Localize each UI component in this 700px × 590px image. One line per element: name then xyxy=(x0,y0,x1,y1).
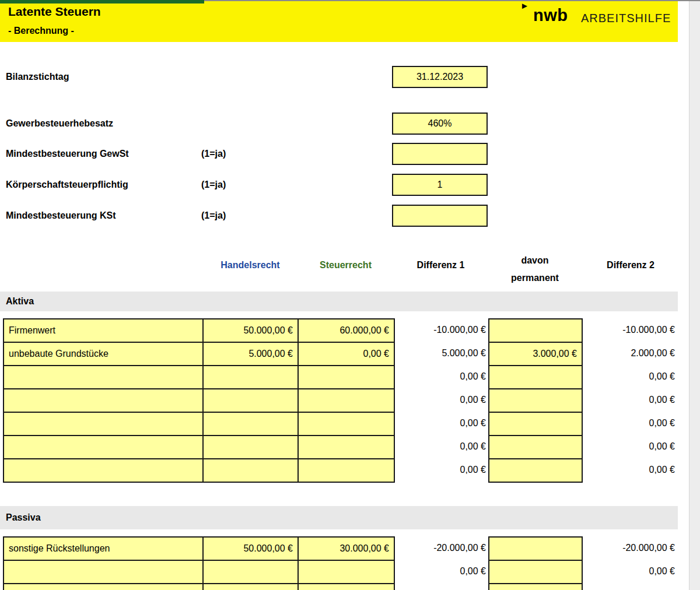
aktiva-differenz2-value: -10.000,00 € xyxy=(587,318,675,342)
table-row: unbebaute Grundstücke 5.000,00 € 0,00 € xyxy=(4,342,394,366)
table-row xyxy=(489,412,582,436)
passiva-steuerrecht-cell[interactable]: 30.000,00 € xyxy=(298,537,394,560)
table-row xyxy=(4,560,394,584)
table-row: 3.000,00 € xyxy=(489,342,582,366)
nwb-brand-text: nwb xyxy=(533,6,568,25)
aktiva-differenz2-value: 0,00 € xyxy=(587,365,675,388)
aktiva-differenz1-value: -10.000,00 € xyxy=(398,318,486,342)
table-row xyxy=(4,389,394,412)
right-scrollbar-track[interactable] xyxy=(689,0,700,590)
table-row xyxy=(489,537,582,560)
input-mindestbesteuerung-gewst[interactable] xyxy=(392,143,488,165)
table-row xyxy=(489,459,582,482)
column-header-handelsrecht: Handelsrecht xyxy=(203,260,298,271)
passiva-davon-permanent-column xyxy=(488,536,583,590)
label-gewerbesteuerhebesatz: Gewerbesteuerhebesatz xyxy=(6,113,113,135)
aktiva-davon-permanent-cell[interactable] xyxy=(489,366,582,389)
aktiva-name-cell[interactable] xyxy=(4,436,203,459)
aktiva-steuerrecht-cell[interactable]: 60.000,00 € xyxy=(298,319,394,342)
passiva-davon-permanent-cell[interactable] xyxy=(489,584,582,590)
aktiva-steuerrecht-cell[interactable] xyxy=(298,459,394,482)
aktiva-name-cell[interactable] xyxy=(4,459,203,482)
aktiva-differenz1-value: 0,00 € xyxy=(398,435,486,458)
input-mindestbesteuerung-kst[interactable] xyxy=(392,205,488,227)
aktiva-handelsrecht-cell[interactable] xyxy=(203,389,298,412)
passiva-davon-permanent-cell[interactable] xyxy=(489,537,582,560)
passiva-name-cell[interactable] xyxy=(4,584,203,590)
section-band-aktiva: Aktiva xyxy=(0,292,678,311)
page-subtitle: - Berechnung - xyxy=(8,26,74,36)
aktiva-name-cell[interactable] xyxy=(4,366,203,389)
label-bilanzstichtag: Bilanzstichtag xyxy=(6,66,69,88)
table-row xyxy=(489,436,582,459)
aktiva-differenz1-value: 0,00 € xyxy=(398,365,486,388)
aktiva-differenz1-value: 5.000,00 € xyxy=(398,342,486,365)
aktiva-handelsrecht-cell[interactable] xyxy=(203,412,298,436)
table-row: Firmenwert 50.000,00 € 60.000,00 € xyxy=(4,319,394,342)
label-mindestbesteuerung-gewst: Mindestbesteuerung GewSt xyxy=(6,143,129,165)
aktiva-handelsrecht-cell[interactable]: 5.000,00 € xyxy=(203,342,298,366)
table-row xyxy=(489,319,582,342)
table-row xyxy=(4,459,394,482)
aktiva-handelsrecht-cell[interactable]: 50.000,00 € xyxy=(203,319,298,342)
label-koerperschaftsteuerpflichtig: Körperschaftsteuerpflichtig xyxy=(6,174,128,196)
aktiva-name-cell[interactable]: Firmenwert xyxy=(4,319,203,342)
aktiva-handelsrecht-cell[interactable] xyxy=(203,436,298,459)
passiva-differenz2-value: -20.000,00 € xyxy=(587,536,675,560)
aktiva-handelsrecht-cell[interactable] xyxy=(203,459,298,482)
table-row xyxy=(489,366,582,389)
section-title-aktiva: Aktiva xyxy=(6,292,34,311)
passiva-table: sonstige Rückstellungen 50.000,00 € 30.0… xyxy=(3,536,395,590)
aktiva-davon-permanent-column: 3.000,00 € xyxy=(488,318,583,483)
aktiva-differenz2-value: 2.000,00 € xyxy=(587,342,675,365)
aktiva-name-cell[interactable]: unbebaute Grundstücke xyxy=(4,342,203,366)
table-row xyxy=(4,366,394,389)
aktiva-steuerrecht-cell[interactable]: 0,00 € xyxy=(298,342,394,366)
passiva-davon-permanent-cell[interactable] xyxy=(489,560,582,584)
header-band: Latente Steuern - Berechnung - ► nwb ARB… xyxy=(0,0,678,42)
passiva-steuerrecht-cell[interactable] xyxy=(298,584,394,590)
passiva-name-cell[interactable]: sonstige Rückstellungen xyxy=(4,537,203,560)
aktiva-davon-permanent-cell[interactable] xyxy=(489,459,582,482)
aktiva-differenz1-value: 0,00 € xyxy=(398,412,486,435)
passiva-name-cell[interactable] xyxy=(4,560,203,584)
aktiva-davon-permanent-cell[interactable] xyxy=(489,389,582,412)
hint-mindestbesteuerung-kst: (1=ja) xyxy=(201,205,226,227)
column-header-differenz1: Differenz 1 xyxy=(394,260,488,271)
triangle-pointer-icon: ► xyxy=(520,1,529,10)
aktiva-differenz1-value: 0,00 € xyxy=(398,388,486,412)
passiva-handelsrecht-cell[interactable] xyxy=(203,584,298,590)
aktiva-davon-permanent-cell[interactable] xyxy=(489,436,582,459)
passiva-handelsrecht-cell[interactable]: 50.000,00 € xyxy=(203,537,298,560)
aktiva-davon-permanent-cell[interactable]: 3.000,00 € xyxy=(489,342,582,366)
latente-steuern-worksheet: Latente Steuern - Berechnung - ► nwb ARB… xyxy=(0,0,700,590)
table-row xyxy=(489,560,582,584)
passiva-steuerrecht-cell[interactable] xyxy=(298,560,394,584)
arbeitshilfe-text: ARBEITSHILFE xyxy=(581,12,671,25)
input-gewerbesteuerhebesatz[interactable]: 460% xyxy=(392,113,488,135)
aktiva-davon-permanent-cell[interactable] xyxy=(489,412,582,436)
aktiva-steuerrecht-cell[interactable] xyxy=(298,366,394,389)
table-row: sonstige Rückstellungen 50.000,00 € 30.0… xyxy=(4,537,394,560)
aktiva-steuerrecht-cell[interactable] xyxy=(298,412,394,436)
aktiva-steuerrecht-cell[interactable] xyxy=(298,436,394,459)
table-row xyxy=(4,412,394,436)
passiva-differenz1-value: -20.000,00 € xyxy=(398,536,486,560)
input-koerperschaftsteuerpflichtig[interactable]: 1 xyxy=(392,174,488,196)
aktiva-davon-permanent-cell[interactable] xyxy=(489,319,582,342)
aktiva-name-cell[interactable] xyxy=(4,412,203,436)
aktiva-steuerrecht-cell[interactable] xyxy=(298,389,394,412)
table-row xyxy=(4,584,394,590)
passiva-handelsrecht-cell[interactable] xyxy=(203,560,298,584)
passiva-differenz2-value: 0,00 € xyxy=(587,560,675,583)
aktiva-handelsrecht-cell[interactable] xyxy=(203,366,298,389)
aktiva-name-cell[interactable] xyxy=(4,389,203,412)
table-row xyxy=(4,436,394,459)
column-header-differenz2: Differenz 2 xyxy=(584,260,677,271)
input-bilanzstichtag[interactable]: 31.12.2023 xyxy=(392,66,488,88)
aktiva-table: Firmenwert 50.000,00 € 60.000,00 € unbeb… xyxy=(3,318,395,483)
column-header-davon-permanent: davon permanent xyxy=(500,252,570,287)
passiva-differenz1-value: 0,00 € xyxy=(398,560,486,583)
aktiva-differenz2-value: 0,00 € xyxy=(587,435,675,458)
aktiva-differenz2-value: 0,00 € xyxy=(587,412,675,435)
